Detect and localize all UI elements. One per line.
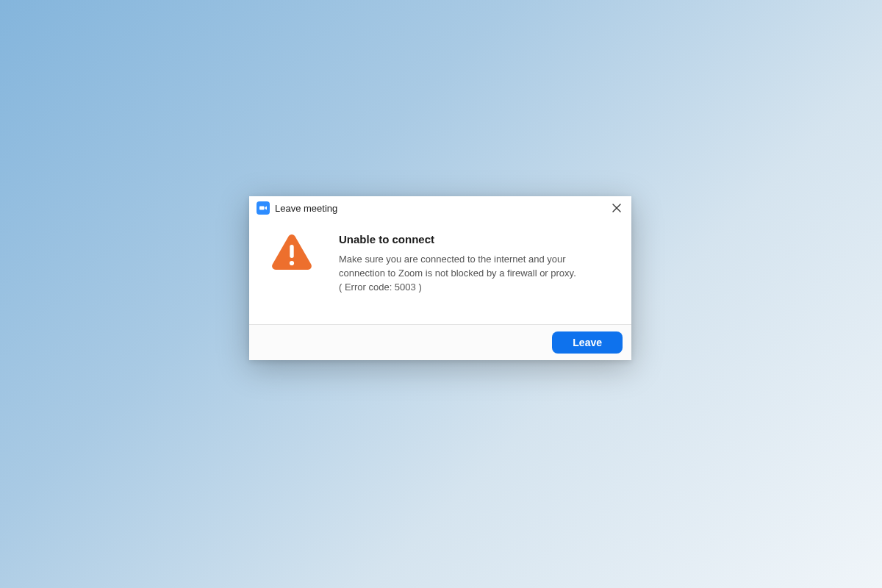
error-code: ( Error code: 5003 ) — [339, 281, 611, 295]
dialog-content: Unable to connect Make sure you are conn… — [249, 218, 631, 324]
error-body: Make sure you are connected to the inter… — [339, 253, 611, 281]
dialog-footer: Leave — [249, 324, 631, 360]
svg-point-2 — [290, 261, 294, 265]
dialog-titlebar: Leave meeting — [249, 196, 631, 218]
leave-button[interactable]: Leave — [552, 331, 623, 354]
warning-icon — [271, 232, 315, 295]
svg-rect-1 — [290, 245, 293, 258]
dialog-title: Leave meeting — [275, 203, 609, 214]
svg-rect-0 — [259, 207, 265, 210]
leave-meeting-dialog: Leave meeting Unable to connect Make sur… — [249, 196, 631, 360]
zoom-app-icon — [257, 201, 270, 215]
error-heading: Unable to connect — [339, 233, 611, 245]
close-icon — [612, 204, 621, 212]
dialog-message: Unable to connect Make sure you are conn… — [339, 232, 611, 295]
close-button[interactable] — [609, 201, 624, 215]
